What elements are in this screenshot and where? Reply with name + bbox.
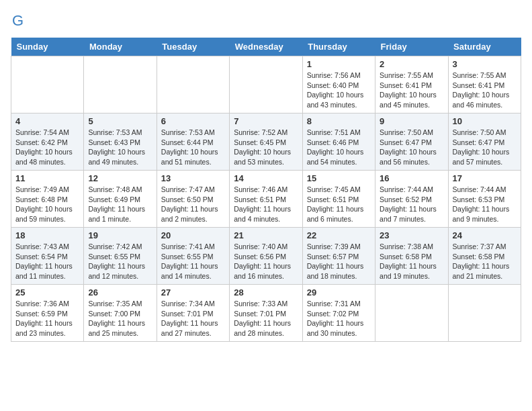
calendar-cell: 28Sunrise: 7:33 AM Sunset: 7:01 PM Dayli… bbox=[230, 285, 302, 342]
day-info: Sunrise: 7:40 AM Sunset: 6:56 PM Dayligh… bbox=[234, 242, 298, 281]
calendar-header-row: SundayMondayTuesdayWednesdayThursdayFrid… bbox=[11, 38, 521, 56]
calendar-cell: 15Sunrise: 7:45 AM Sunset: 6:51 PM Dayli… bbox=[302, 171, 375, 228]
day-number: 28 bbox=[234, 287, 298, 298]
calendar-cell: 1Sunrise: 7:56 AM Sunset: 6:40 PM Daylig… bbox=[302, 56, 375, 113]
calendar-cell: 6Sunrise: 7:53 AM Sunset: 6:44 PM Daylig… bbox=[157, 113, 229, 171]
calendar-cell: 25Sunrise: 7:36 AM Sunset: 6:59 PM Dayli… bbox=[11, 285, 84, 342]
svg-text:G: G bbox=[12, 12, 24, 29]
day-info: Sunrise: 7:56 AM Sunset: 6:40 PM Dayligh… bbox=[307, 71, 371, 110]
calendar-cell: 23Sunrise: 7:38 AM Sunset: 6:58 PM Dayli… bbox=[375, 228, 448, 285]
day-info: Sunrise: 7:55 AM Sunset: 6:41 PM Dayligh… bbox=[453, 71, 517, 110]
calendar-cell: 3Sunrise: 7:55 AM Sunset: 6:41 PM Daylig… bbox=[448, 56, 521, 113]
calendar-cell: 4Sunrise: 7:54 AM Sunset: 6:42 PM Daylig… bbox=[11, 113, 84, 171]
day-number: 27 bbox=[161, 287, 225, 298]
logo: G bbox=[11, 11, 32, 30]
day-number: 26 bbox=[88, 287, 152, 298]
day-info: Sunrise: 7:50 AM Sunset: 6:47 PM Dayligh… bbox=[453, 128, 517, 167]
calendar-week-row: 25Sunrise: 7:36 AM Sunset: 6:59 PM Dayli… bbox=[11, 285, 521, 342]
calendar-cell: 21Sunrise: 7:40 AM Sunset: 6:56 PM Dayli… bbox=[230, 228, 302, 285]
day-number: 23 bbox=[380, 230, 443, 240]
day-number: 5 bbox=[88, 116, 152, 126]
day-number: 10 bbox=[453, 116, 517, 126]
day-info: Sunrise: 7:53 AM Sunset: 6:43 PM Dayligh… bbox=[88, 128, 152, 167]
calendar-cell: 13Sunrise: 7:47 AM Sunset: 6:50 PM Dayli… bbox=[157, 171, 229, 228]
day-number: 22 bbox=[307, 230, 371, 240]
day-number: 8 bbox=[307, 116, 371, 126]
day-info: Sunrise: 7:34 AM Sunset: 7:01 PM Dayligh… bbox=[161, 299, 225, 338]
day-number: 3 bbox=[453, 59, 517, 69]
day-number: 4 bbox=[15, 116, 79, 126]
day-number: 15 bbox=[307, 173, 371, 183]
calendar-cell bbox=[448, 285, 521, 342]
day-info: Sunrise: 7:46 AM Sunset: 6:51 PM Dayligh… bbox=[234, 185, 298, 224]
day-info: Sunrise: 7:38 AM Sunset: 6:58 PM Dayligh… bbox=[380, 242, 443, 281]
day-number: 29 bbox=[307, 287, 371, 298]
day-info: Sunrise: 7:41 AM Sunset: 6:55 PM Dayligh… bbox=[161, 242, 225, 281]
day-number: 11 bbox=[15, 173, 79, 183]
calendar-cell: 12Sunrise: 7:48 AM Sunset: 6:49 PM Dayli… bbox=[84, 171, 157, 228]
column-header-tuesday: Tuesday bbox=[157, 38, 229, 56]
calendar-cell bbox=[157, 56, 229, 113]
day-info: Sunrise: 7:42 AM Sunset: 6:55 PM Dayligh… bbox=[88, 242, 152, 281]
day-info: Sunrise: 7:33 AM Sunset: 7:01 PM Dayligh… bbox=[234, 299, 298, 338]
day-info: Sunrise: 7:50 AM Sunset: 6:47 PM Dayligh… bbox=[380, 128, 443, 167]
calendar-cell: 19Sunrise: 7:42 AM Sunset: 6:55 PM Dayli… bbox=[84, 228, 157, 285]
calendar-cell: 5Sunrise: 7:53 AM Sunset: 6:43 PM Daylig… bbox=[84, 113, 157, 171]
logo-icon: G bbox=[11, 11, 30, 30]
day-info: Sunrise: 7:43 AM Sunset: 6:54 PM Dayligh… bbox=[15, 242, 79, 281]
calendar-cell bbox=[230, 56, 302, 113]
day-info: Sunrise: 7:45 AM Sunset: 6:51 PM Dayligh… bbox=[307, 185, 371, 224]
calendar-cell bbox=[11, 56, 84, 113]
day-info: Sunrise: 7:53 AM Sunset: 6:44 PM Dayligh… bbox=[161, 128, 225, 167]
day-number: 6 bbox=[161, 116, 225, 126]
calendar-week-row: 18Sunrise: 7:43 AM Sunset: 6:54 PM Dayli… bbox=[11, 228, 521, 285]
day-info: Sunrise: 7:49 AM Sunset: 6:48 PM Dayligh… bbox=[15, 185, 79, 224]
calendar-cell: 22Sunrise: 7:39 AM Sunset: 6:57 PM Dayli… bbox=[302, 228, 375, 285]
day-number: 24 bbox=[453, 230, 517, 240]
day-number: 1 bbox=[307, 59, 371, 69]
day-number: 7 bbox=[234, 116, 298, 126]
calendar-cell: 2Sunrise: 7:55 AM Sunset: 6:41 PM Daylig… bbox=[375, 56, 448, 113]
day-info: Sunrise: 7:55 AM Sunset: 6:41 PM Dayligh… bbox=[380, 71, 443, 110]
day-info: Sunrise: 7:51 AM Sunset: 6:46 PM Dayligh… bbox=[307, 128, 371, 167]
day-number: 17 bbox=[453, 173, 517, 183]
calendar-cell: 17Sunrise: 7:44 AM Sunset: 6:53 PM Dayli… bbox=[448, 171, 521, 228]
column-header-monday: Monday bbox=[84, 38, 157, 56]
calendar-cell: 10Sunrise: 7:50 AM Sunset: 6:47 PM Dayli… bbox=[448, 113, 521, 171]
calendar-cell: 29Sunrise: 7:31 AM Sunset: 7:02 PM Dayli… bbox=[302, 285, 375, 342]
calendar-cell: 18Sunrise: 7:43 AM Sunset: 6:54 PM Dayli… bbox=[11, 228, 84, 285]
calendar-cell: 11Sunrise: 7:49 AM Sunset: 6:48 PM Dayli… bbox=[11, 171, 84, 228]
calendar-cell: 16Sunrise: 7:44 AM Sunset: 6:52 PM Dayli… bbox=[375, 171, 448, 228]
day-info: Sunrise: 7:36 AM Sunset: 6:59 PM Dayligh… bbox=[15, 299, 79, 338]
calendar-cell: 27Sunrise: 7:34 AM Sunset: 7:01 PM Dayli… bbox=[157, 285, 229, 342]
day-number: 14 bbox=[234, 173, 298, 183]
calendar-cell: 8Sunrise: 7:51 AM Sunset: 6:46 PM Daylig… bbox=[302, 113, 375, 171]
calendar-cell: 20Sunrise: 7:41 AM Sunset: 6:55 PM Dayli… bbox=[157, 228, 229, 285]
day-info: Sunrise: 7:48 AM Sunset: 6:49 PM Dayligh… bbox=[88, 185, 152, 224]
day-info: Sunrise: 7:44 AM Sunset: 6:53 PM Dayligh… bbox=[453, 185, 517, 224]
day-info: Sunrise: 7:39 AM Sunset: 6:57 PM Dayligh… bbox=[307, 242, 371, 281]
calendar-cell bbox=[375, 285, 448, 342]
calendar-cell: 14Sunrise: 7:46 AM Sunset: 6:51 PM Dayli… bbox=[230, 171, 302, 228]
calendar-cell bbox=[84, 56, 157, 113]
day-number: 25 bbox=[15, 287, 79, 298]
day-number: 12 bbox=[88, 173, 152, 183]
calendar-week-row: 1Sunrise: 7:56 AM Sunset: 6:40 PM Daylig… bbox=[11, 56, 521, 113]
calendar-cell: 24Sunrise: 7:37 AM Sunset: 6:58 PM Dayli… bbox=[448, 228, 521, 285]
day-info: Sunrise: 7:31 AM Sunset: 7:02 PM Dayligh… bbox=[307, 299, 371, 338]
column-header-sunday: Sunday bbox=[11, 38, 84, 56]
day-info: Sunrise: 7:35 AM Sunset: 7:00 PM Dayligh… bbox=[88, 299, 152, 338]
calendar-week-row: 11Sunrise: 7:49 AM Sunset: 6:48 PM Dayli… bbox=[11, 171, 521, 228]
column-header-wednesday: Wednesday bbox=[230, 38, 302, 56]
calendar-cell: 26Sunrise: 7:35 AM Sunset: 7:00 PM Dayli… bbox=[84, 285, 157, 342]
calendar-table: SundayMondayTuesdayWednesdayThursdayFrid… bbox=[11, 38, 521, 342]
day-number: 13 bbox=[161, 173, 225, 183]
page-header: G bbox=[11, 11, 521, 30]
day-number: 9 bbox=[380, 116, 443, 126]
day-number: 20 bbox=[161, 230, 225, 240]
day-number: 19 bbox=[88, 230, 152, 240]
day-info: Sunrise: 7:52 AM Sunset: 6:45 PM Dayligh… bbox=[234, 128, 298, 167]
day-number: 16 bbox=[380, 173, 443, 183]
day-number: 2 bbox=[380, 59, 443, 69]
column-header-thursday: Thursday bbox=[302, 38, 375, 56]
